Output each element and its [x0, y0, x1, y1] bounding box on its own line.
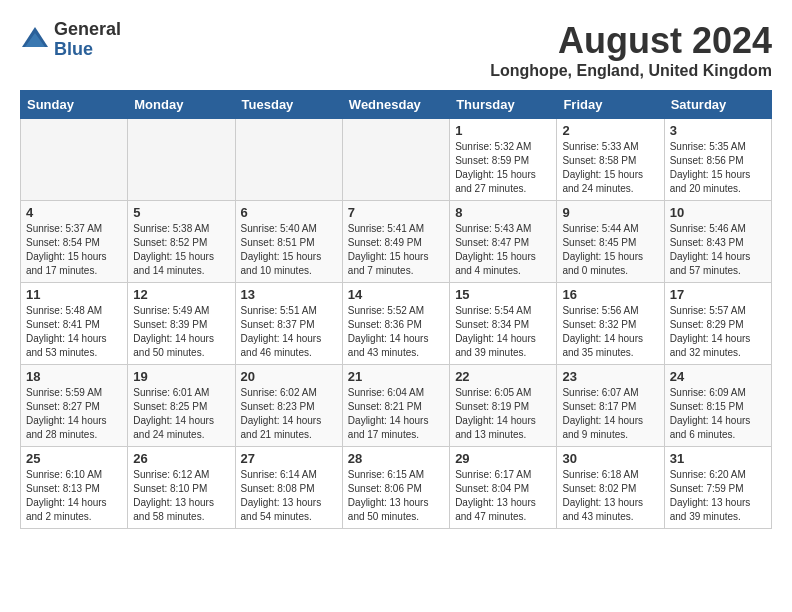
day-info: Sunrise: 5:32 AMSunset: 8:59 PMDaylight:… — [455, 140, 551, 196]
day-info: Sunrise: 6:18 AMSunset: 8:02 PMDaylight:… — [562, 468, 658, 524]
calendar-cell: 15Sunrise: 5:54 AMSunset: 8:34 PMDayligh… — [450, 283, 557, 365]
calendar-cell: 21Sunrise: 6:04 AMSunset: 8:21 PMDayligh… — [342, 365, 449, 447]
logo-icon — [20, 25, 50, 55]
logo-text: General Blue — [54, 20, 121, 60]
day-number: 23 — [562, 369, 658, 384]
weekday-header: Monday — [128, 91, 235, 119]
day-info: Sunrise: 6:09 AMSunset: 8:15 PMDaylight:… — [670, 386, 766, 442]
day-info: Sunrise: 6:10 AMSunset: 8:13 PMDaylight:… — [26, 468, 122, 524]
day-info: Sunrise: 5:46 AMSunset: 8:43 PMDaylight:… — [670, 222, 766, 278]
day-number: 16 — [562, 287, 658, 302]
day-info: Sunrise: 5:56 AMSunset: 8:32 PMDaylight:… — [562, 304, 658, 360]
day-number: 6 — [241, 205, 337, 220]
calendar-cell: 6Sunrise: 5:40 AMSunset: 8:51 PMDaylight… — [235, 201, 342, 283]
day-info: Sunrise: 5:57 AMSunset: 8:29 PMDaylight:… — [670, 304, 766, 360]
day-info: Sunrise: 6:15 AMSunset: 8:06 PMDaylight:… — [348, 468, 444, 524]
calendar-cell: 28Sunrise: 6:15 AMSunset: 8:06 PMDayligh… — [342, 447, 449, 529]
month-year-title: August 2024 — [490, 20, 772, 62]
day-number: 8 — [455, 205, 551, 220]
day-info: Sunrise: 5:33 AMSunset: 8:58 PMDaylight:… — [562, 140, 658, 196]
calendar-cell: 4Sunrise: 5:37 AMSunset: 8:54 PMDaylight… — [21, 201, 128, 283]
calendar-cell: 11Sunrise: 5:48 AMSunset: 8:41 PMDayligh… — [21, 283, 128, 365]
calendar-week-row: 4Sunrise: 5:37 AMSunset: 8:54 PMDaylight… — [21, 201, 772, 283]
calendar-cell: 29Sunrise: 6:17 AMSunset: 8:04 PMDayligh… — [450, 447, 557, 529]
day-number: 12 — [133, 287, 229, 302]
title-section: August 2024 Longhope, England, United Ki… — [490, 20, 772, 80]
day-number: 22 — [455, 369, 551, 384]
day-info: Sunrise: 5:43 AMSunset: 8:47 PMDaylight:… — [455, 222, 551, 278]
day-number: 20 — [241, 369, 337, 384]
weekday-header: Saturday — [664, 91, 771, 119]
day-number: 5 — [133, 205, 229, 220]
day-info: Sunrise: 6:05 AMSunset: 8:19 PMDaylight:… — [455, 386, 551, 442]
day-number: 27 — [241, 451, 337, 466]
calendar-cell: 22Sunrise: 6:05 AMSunset: 8:19 PMDayligh… — [450, 365, 557, 447]
day-number: 3 — [670, 123, 766, 138]
day-info: Sunrise: 6:02 AMSunset: 8:23 PMDaylight:… — [241, 386, 337, 442]
calendar-cell: 12Sunrise: 5:49 AMSunset: 8:39 PMDayligh… — [128, 283, 235, 365]
weekday-header: Sunday — [21, 91, 128, 119]
calendar-cell: 31Sunrise: 6:20 AMSunset: 7:59 PMDayligh… — [664, 447, 771, 529]
day-number: 1 — [455, 123, 551, 138]
logo-blue: Blue — [54, 40, 121, 60]
day-number: 15 — [455, 287, 551, 302]
logo-general: General — [54, 20, 121, 40]
day-number: 26 — [133, 451, 229, 466]
day-info: Sunrise: 6:04 AMSunset: 8:21 PMDaylight:… — [348, 386, 444, 442]
weekday-header-row: SundayMondayTuesdayWednesdayThursdayFrid… — [21, 91, 772, 119]
calendar-cell: 10Sunrise: 5:46 AMSunset: 8:43 PMDayligh… — [664, 201, 771, 283]
calendar-cell — [21, 119, 128, 201]
day-number: 19 — [133, 369, 229, 384]
page-header: General Blue August 2024 Longhope, Engla… — [20, 20, 772, 80]
day-number: 18 — [26, 369, 122, 384]
day-info: Sunrise: 6:07 AMSunset: 8:17 PMDaylight:… — [562, 386, 658, 442]
logo: General Blue — [20, 20, 121, 60]
calendar-week-row: 18Sunrise: 5:59 AMSunset: 8:27 PMDayligh… — [21, 365, 772, 447]
day-number: 28 — [348, 451, 444, 466]
calendar-cell: 24Sunrise: 6:09 AMSunset: 8:15 PMDayligh… — [664, 365, 771, 447]
calendar-cell: 25Sunrise: 6:10 AMSunset: 8:13 PMDayligh… — [21, 447, 128, 529]
calendar-table: SundayMondayTuesdayWednesdayThursdayFrid… — [20, 90, 772, 529]
day-number: 13 — [241, 287, 337, 302]
calendar-cell — [235, 119, 342, 201]
weekday-header: Tuesday — [235, 91, 342, 119]
calendar-cell: 23Sunrise: 6:07 AMSunset: 8:17 PMDayligh… — [557, 365, 664, 447]
calendar-week-row: 1Sunrise: 5:32 AMSunset: 8:59 PMDaylight… — [21, 119, 772, 201]
calendar-cell: 30Sunrise: 6:18 AMSunset: 8:02 PMDayligh… — [557, 447, 664, 529]
calendar-cell: 5Sunrise: 5:38 AMSunset: 8:52 PMDaylight… — [128, 201, 235, 283]
day-info: Sunrise: 6:01 AMSunset: 8:25 PMDaylight:… — [133, 386, 229, 442]
calendar-week-row: 25Sunrise: 6:10 AMSunset: 8:13 PMDayligh… — [21, 447, 772, 529]
calendar-cell: 2Sunrise: 5:33 AMSunset: 8:58 PMDaylight… — [557, 119, 664, 201]
day-info: Sunrise: 5:38 AMSunset: 8:52 PMDaylight:… — [133, 222, 229, 278]
day-number: 17 — [670, 287, 766, 302]
calendar-cell: 16Sunrise: 5:56 AMSunset: 8:32 PMDayligh… — [557, 283, 664, 365]
calendar-cell: 18Sunrise: 5:59 AMSunset: 8:27 PMDayligh… — [21, 365, 128, 447]
day-number: 29 — [455, 451, 551, 466]
day-number: 25 — [26, 451, 122, 466]
calendar-cell: 17Sunrise: 5:57 AMSunset: 8:29 PMDayligh… — [664, 283, 771, 365]
day-number: 31 — [670, 451, 766, 466]
calendar-cell: 26Sunrise: 6:12 AMSunset: 8:10 PMDayligh… — [128, 447, 235, 529]
calendar-cell: 19Sunrise: 6:01 AMSunset: 8:25 PMDayligh… — [128, 365, 235, 447]
day-info: Sunrise: 5:51 AMSunset: 8:37 PMDaylight:… — [241, 304, 337, 360]
calendar-week-row: 11Sunrise: 5:48 AMSunset: 8:41 PMDayligh… — [21, 283, 772, 365]
day-info: Sunrise: 6:17 AMSunset: 8:04 PMDaylight:… — [455, 468, 551, 524]
day-info: Sunrise: 5:54 AMSunset: 8:34 PMDaylight:… — [455, 304, 551, 360]
location-title: Longhope, England, United Kingdom — [490, 62, 772, 80]
calendar-cell: 8Sunrise: 5:43 AMSunset: 8:47 PMDaylight… — [450, 201, 557, 283]
day-info: Sunrise: 5:35 AMSunset: 8:56 PMDaylight:… — [670, 140, 766, 196]
calendar-cell: 14Sunrise: 5:52 AMSunset: 8:36 PMDayligh… — [342, 283, 449, 365]
day-info: Sunrise: 5:49 AMSunset: 8:39 PMDaylight:… — [133, 304, 229, 360]
calendar-cell: 13Sunrise: 5:51 AMSunset: 8:37 PMDayligh… — [235, 283, 342, 365]
weekday-header: Wednesday — [342, 91, 449, 119]
day-info: Sunrise: 5:37 AMSunset: 8:54 PMDaylight:… — [26, 222, 122, 278]
day-info: Sunrise: 6:12 AMSunset: 8:10 PMDaylight:… — [133, 468, 229, 524]
weekday-header: Thursday — [450, 91, 557, 119]
weekday-header: Friday — [557, 91, 664, 119]
day-number: 2 — [562, 123, 658, 138]
day-number: 10 — [670, 205, 766, 220]
day-info: Sunrise: 6:20 AMSunset: 7:59 PMDaylight:… — [670, 468, 766, 524]
day-number: 14 — [348, 287, 444, 302]
day-info: Sunrise: 5:48 AMSunset: 8:41 PMDaylight:… — [26, 304, 122, 360]
day-info: Sunrise: 5:44 AMSunset: 8:45 PMDaylight:… — [562, 222, 658, 278]
